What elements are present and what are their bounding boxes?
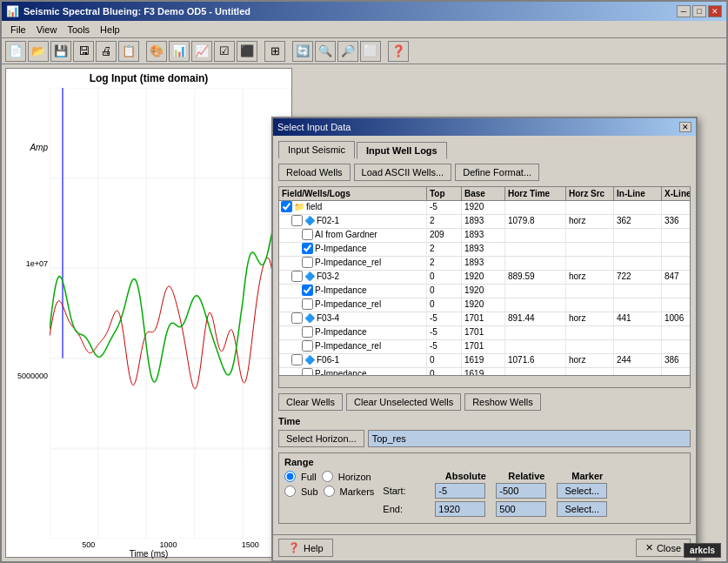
tab-input-well-logs[interactable]: Input Well Logs xyxy=(357,142,447,159)
minimize-button[interactable]: ─ xyxy=(677,5,691,17)
maximize-button[interactable]: □ xyxy=(692,5,706,17)
print-button[interactable]: 🖨 xyxy=(96,41,117,62)
save-button[interactable]: 💾 xyxy=(50,41,71,62)
table-row[interactable]: P-Impedance 2 1893 xyxy=(279,243,690,257)
dialog-footer: ❓ Help ✕ Close xyxy=(273,534,696,560)
close-label: Close xyxy=(657,543,681,553)
window-close-button[interactable]: ✕ xyxy=(708,5,722,17)
range-start-row: Start: Select... xyxy=(383,483,685,499)
menu-view[interactable]: View xyxy=(31,23,63,37)
table-row[interactable]: P-Impedance 0 1920 xyxy=(279,285,690,298)
new-button[interactable]: 📄 xyxy=(5,41,26,62)
toolbar-btn-8[interactable]: 📈 xyxy=(191,41,212,62)
y-tick-2: 5000000 xyxy=(17,372,48,380)
radio-markers[interactable] xyxy=(324,486,335,497)
clear-unselected-button[interactable]: Clear Unselected Wells xyxy=(346,393,461,411)
main-content: Log Input (time domain) Amp 1e+07 500000… xyxy=(2,64,726,561)
well-table: Field/Wells/Logs Top Base Horz Time Horz… xyxy=(278,186,691,388)
toolbar-btn-10[interactable]: ⬛ xyxy=(237,41,257,62)
start-select-button[interactable]: Select... xyxy=(557,483,607,499)
toolbar-btn-7[interactable]: 📊 xyxy=(169,41,190,62)
table-row[interactable]: P-Impedance_rel -5 1701 xyxy=(279,340,690,354)
toolbar-btn-5[interactable]: 📋 xyxy=(118,41,139,62)
help-button[interactable]: ❓ Help xyxy=(278,539,333,557)
well-table-body[interactable]: 📁 field -5 1920 🔷 F02-1 2 1893 1079.8 ho… xyxy=(279,201,690,375)
table-row[interactable]: P-Impedance_rel 0 1920 xyxy=(279,298,690,312)
reshow-wells-button[interactable]: Reshow Wells xyxy=(464,393,541,411)
table-row[interactable]: 🔷 F06-1 0 1619 1071.6 horz 244 386 xyxy=(279,354,690,368)
toolbar-btn-14[interactable]: 🔎 xyxy=(337,41,358,62)
end-label: End: xyxy=(383,504,435,514)
menu-tools[interactable]: Tools xyxy=(62,23,95,37)
x-axis-area: 500 1000 1500 xyxy=(6,539,291,549)
main-window: 📊 Seismic Spectral Blueing: F3 Demo OD5 … xyxy=(0,0,728,563)
select-horizon-button[interactable]: Select Horizon... xyxy=(278,430,364,447)
col-header-top: Top xyxy=(427,187,462,200)
toolbar-btn-11[interactable]: ⊞ xyxy=(264,41,285,62)
table-row[interactable]: P-Impedance 0 1619 xyxy=(279,368,690,375)
toolbar-btn-12[interactable]: 🔄 xyxy=(292,41,313,62)
close-dialog-button[interactable]: ✕ Close xyxy=(636,539,691,557)
range-label: Range xyxy=(284,457,685,467)
tab-input-seismic[interactable]: Input Seismic xyxy=(278,141,355,158)
range-values: Absolute Relative Marker Start: Select..… xyxy=(383,471,685,519)
table-row[interactable]: 🔷 F03-2 0 1920 889.59 horz 722 847 xyxy=(279,271,690,285)
toolbar-btn-6[interactable]: 🎨 xyxy=(146,41,167,62)
end-absolute-input[interactable] xyxy=(435,501,485,517)
start-absolute-input[interactable] xyxy=(435,483,485,499)
table-row[interactable]: 🔷 F02-1 2 1893 1079.8 horz 362 336 xyxy=(279,215,690,229)
col-header-horz-src: Horz Src xyxy=(566,187,614,200)
y-label: Amp xyxy=(30,143,48,152)
toolbar: 📄 📂 💾 🖫 🖨 📋 🎨 📊 📈 ☑ ⬛ ⊞ 🔄 🔍 🔎 ⬜ ❓ xyxy=(2,38,726,64)
reload-wells-button[interactable]: Reload Wells xyxy=(278,164,351,181)
range-headers: Absolute Relative Marker xyxy=(383,471,685,481)
range-section: Range Full Horizon Sub xyxy=(278,452,691,524)
clear-wells-button[interactable]: Clear Wells xyxy=(278,393,343,411)
col-header-name: Field/Wells/Logs xyxy=(279,187,427,200)
radio-sub-label: Sub xyxy=(301,486,318,497)
toolbar-btn-9[interactable]: ☑ xyxy=(214,41,235,62)
close-icon: ✕ xyxy=(645,542,653,553)
chart-area: Log Input (time domain) Amp 1e+07 500000… xyxy=(5,68,292,558)
menu-help[interactable]: Help xyxy=(95,23,125,37)
chart-wrapper: Amp 1e+07 5000000 xyxy=(6,88,291,539)
x-tick-3: 1500 xyxy=(242,540,259,549)
menu-file[interactable]: File xyxy=(5,23,31,37)
title-bar: 📊 Seismic Spectral Blueing: F3 Demo OD5 … xyxy=(2,2,726,21)
radio-full-label: Full xyxy=(301,472,317,482)
well-horizontal-scrollbar[interactable] xyxy=(279,375,690,387)
table-row[interactable]: 🔷 F03-4 -5 1701 891.44 horz 441 1006 xyxy=(279,312,690,326)
table-row[interactable]: 📁 field -5 1920 xyxy=(279,201,690,215)
col-header-horz-time: Horz Time xyxy=(505,187,566,200)
toolbar-btn-13[interactable]: 🔍 xyxy=(315,41,336,62)
window-title: Seismic Spectral Blueing: F3 Demo OD5 - … xyxy=(23,6,250,17)
chart-title: Log Input (time domain) xyxy=(6,69,291,88)
toolbar-btn-15[interactable]: ⬜ xyxy=(360,41,381,62)
define-format-button[interactable]: Define Format... xyxy=(455,164,539,181)
radio-full-row: Full Horizon xyxy=(284,471,374,482)
y-tick-1: 1e+07 xyxy=(26,259,48,268)
start-relative-input[interactable] xyxy=(496,483,546,499)
table-row[interactable]: P-Impedance -5 1701 xyxy=(279,326,690,340)
table-row[interactable]: AI from Gardner 209 1893 xyxy=(279,229,690,243)
x-tick-1: 500 xyxy=(82,540,95,549)
radio-horizon[interactable] xyxy=(322,471,333,482)
help-toolbar-button[interactable]: ❓ xyxy=(388,41,409,62)
end-select-button[interactable]: Select... xyxy=(557,501,607,517)
open-button[interactable]: 📂 xyxy=(28,41,49,62)
radio-markers-label: Markers xyxy=(340,486,375,497)
radio-sub[interactable] xyxy=(284,486,296,497)
load-ascii-wells-button[interactable]: Load ASCII Wells... xyxy=(354,164,452,181)
help-icon: ❓ xyxy=(288,542,300,553)
table-row[interactable]: P-Impedance_rel 2 1893 xyxy=(279,257,690,271)
dialog-title-bar: Select Input Data ✕ xyxy=(273,118,696,136)
range-col-empty xyxy=(383,471,435,481)
horizon-value-field[interactable] xyxy=(368,430,691,447)
radio-full[interactable] xyxy=(284,471,296,482)
save-as-button[interactable]: 🖫 xyxy=(73,41,94,62)
dialog-title-close[interactable]: ✕ xyxy=(679,122,691,132)
range-radios: Full Horizon Sub Markers xyxy=(284,471,374,497)
bottom-well-buttons: Clear Wells Clear Unselected Wells Resho… xyxy=(278,393,691,411)
end-relative-input[interactable] xyxy=(496,501,546,517)
range-col-marker: Marker xyxy=(557,471,618,481)
